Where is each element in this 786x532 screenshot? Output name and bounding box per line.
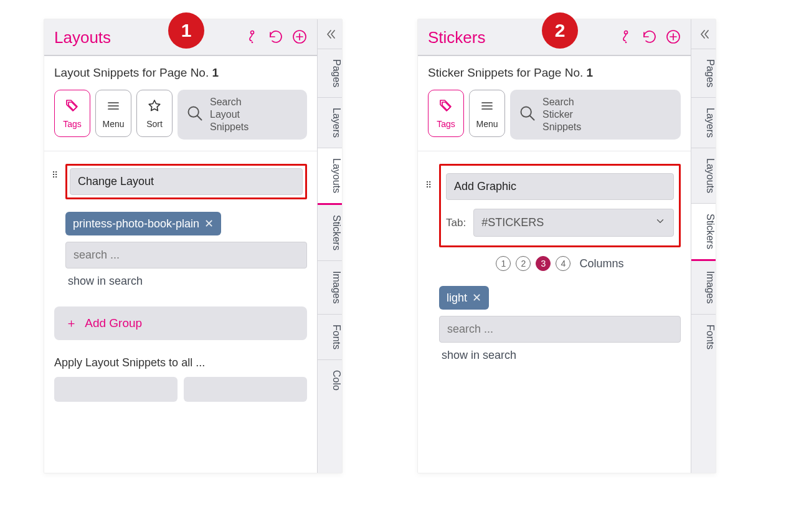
group-config-highlight: Tab: #STICKERS	[439, 164, 681, 247]
collapse-icon[interactable]	[691, 19, 716, 49]
star-icon	[147, 98, 162, 115]
tab-images[interactable]: Images	[691, 261, 716, 314]
refresh-icon[interactable]	[268, 29, 283, 47]
tab-colors[interactable]: Colo	[318, 360, 342, 401]
add-group-label: Add Group	[85, 316, 142, 330]
help-icon[interactable]	[245, 29, 260, 47]
help-icon[interactable]	[618, 29, 633, 47]
sort-label: Sort	[146, 119, 163, 129]
tags-icon	[438, 98, 453, 115]
menu-button[interactable]: Menu	[469, 90, 505, 137]
tab-stickers[interactable]: Stickers	[691, 204, 716, 261]
search-snippets-label: Search Layout Snippets	[210, 96, 249, 133]
add-icon[interactable]	[292, 29, 307, 47]
tags-button[interactable]: Tags	[54, 90, 90, 137]
plus-icon: ＋	[65, 316, 77, 330]
tab-field-label: Tab:	[446, 217, 466, 229]
applied-tag-chip[interactable]: light ✕	[439, 286, 489, 310]
svg-point-1	[252, 42, 253, 42]
columns-3[interactable]: 3	[536, 256, 551, 271]
tab-pages[interactable]: Pages	[318, 49, 342, 98]
search-snippets-button[interactable]: Search Layout Snippets	[178, 90, 307, 140]
tab-layers[interactable]: Layers	[318, 98, 342, 148]
group-name-input[interactable]	[446, 173, 674, 200]
chip-label: printess-photo-book-plain	[73, 217, 199, 230]
columns-1[interactable]: 1	[496, 256, 511, 271]
menu-icon	[480, 98, 495, 115]
menu-button[interactable]: Menu	[95, 90, 131, 137]
sort-button[interactable]: Sort	[136, 90, 173, 137]
tags-icon	[65, 98, 80, 115]
tab-layouts[interactable]: Layouts	[691, 148, 716, 204]
chevron-down-icon	[655, 216, 666, 230]
svg-point-5	[626, 42, 627, 42]
tab-dropdown-value: #STICKERS	[481, 216, 544, 229]
tab-pages[interactable]: Pages	[691, 49, 716, 98]
columns-selector: 1 2 3 4 Columns	[439, 256, 681, 271]
annotation-badge-2: 2	[542, 12, 578, 49]
panel-title: Layouts	[54, 28, 111, 47]
menu-label: Menu	[102, 119, 124, 129]
tab-layouts[interactable]: Layouts	[318, 148, 342, 205]
annotation-badge-1: 1	[168, 12, 204, 49]
search-snippets-label: Search Sticker Snippets	[542, 96, 581, 133]
chip-label: light	[447, 292, 467, 305]
columns-label: Columns	[579, 257, 623, 270]
applied-tag-chip[interactable]: printess-photo-book-plain ✕	[65, 212, 221, 235]
panel-subtitle: Layout Snippets for Page No. 1	[54, 66, 307, 80]
layouts-screenshot: 1 Layouts	[44, 19, 343, 473]
apply-option-placeholder[interactable]	[184, 377, 307, 402]
remove-chip-icon[interactable]: ✕	[204, 217, 214, 230]
tab-images[interactable]: Images	[318, 261, 342, 314]
search-icon	[186, 105, 204, 125]
menu-label: Menu	[476, 119, 498, 129]
side-tabs: Pages Layers Layouts Stickers Images Fon…	[691, 19, 716, 473]
tab-fonts[interactable]: Fonts	[318, 315, 342, 360]
tags-button[interactable]: Tags	[428, 90, 464, 137]
side-tabs: Pages Layers Layouts Stickers Images Fon…	[317, 19, 342, 473]
add-group-button[interactable]: ＋ Add Group	[54, 306, 307, 340]
columns-2[interactable]: 2	[516, 256, 531, 271]
group-name-input[interactable]	[70, 168, 303, 195]
panel-title: Stickers	[428, 28, 485, 47]
group-name-highlight	[65, 164, 307, 199]
search-snippets-button[interactable]: Search Sticker Snippets	[510, 90, 681, 140]
tab-layers[interactable]: Layers	[691, 98, 716, 148]
search-input[interactable]	[439, 316, 681, 343]
add-icon[interactable]	[666, 29, 681, 47]
drag-handle-icon[interactable]: ⠿	[425, 180, 432, 190]
search-icon	[519, 105, 536, 125]
tags-label: Tags	[437, 119, 455, 129]
tags-label: Tags	[63, 119, 82, 129]
tab-dropdown[interactable]: #STICKERS	[473, 209, 674, 237]
search-input[interactable]	[65, 242, 307, 268]
stickers-screenshot: 2 Stickers	[417, 19, 716, 473]
panel-subtitle: Sticker Snippets for Page No. 1	[428, 66, 681, 80]
menu-icon	[106, 98, 121, 115]
remove-chip-icon[interactable]: ✕	[472, 291, 481, 305]
tab-stickers[interactable]: Stickers	[318, 205, 342, 261]
collapse-icon[interactable]	[318, 19, 342, 49]
apply-snippets-label: Apply Layout Snippets to all ...	[54, 356, 307, 369]
tab-fonts[interactable]: Fonts	[691, 315, 716, 359]
show-in-search-toggle[interactable]: show in search	[68, 275, 307, 288]
show-in-search-toggle[interactable]: show in search	[442, 349, 681, 362]
columns-4[interactable]: 4	[556, 256, 571, 271]
apply-option-placeholder[interactable]	[54, 377, 178, 402]
refresh-icon[interactable]	[642, 29, 657, 47]
drag-handle-icon[interactable]: ⠿	[52, 170, 58, 180]
